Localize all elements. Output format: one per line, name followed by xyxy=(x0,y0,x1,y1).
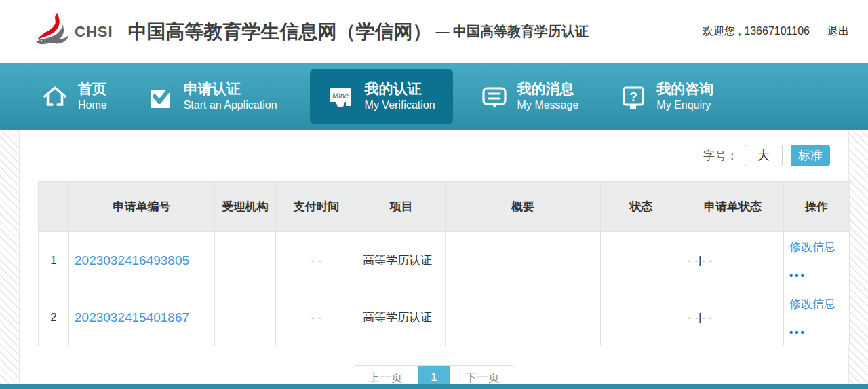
pay-time-cell: - - xyxy=(276,232,357,289)
header-pay-time: 支付时间 xyxy=(276,182,357,232)
question-icon-text: ? xyxy=(630,90,638,104)
nav-item-start-application[interactable]: 申请认证 Start an Application xyxy=(146,80,277,112)
status-cell xyxy=(601,232,682,289)
applications-table: 申请单编号 受理机构 支付时间 项目 概要 状态 申请单状态 操作 1 2023… xyxy=(38,181,850,346)
status-cell xyxy=(601,289,682,346)
agency-cell xyxy=(215,232,276,289)
summary-cell xyxy=(446,289,601,346)
project-cell: 高等学历认证 xyxy=(357,232,446,289)
order-number-link[interactable]: 2023032415401867 xyxy=(75,310,189,325)
header-agency: 受理机构 xyxy=(215,182,276,232)
chsi-logo-text: CHSI xyxy=(75,23,113,41)
nav-label-en: My Enquiry xyxy=(656,98,713,113)
mine-badge-icon: Mine xyxy=(328,82,356,111)
header-summary: 概要 xyxy=(446,182,601,232)
font-large-button[interactable]: 大 xyxy=(745,145,783,166)
header-actions: 操作 xyxy=(784,182,850,232)
site-subtitle: — 中国高等教育学历认证 xyxy=(436,22,589,41)
edit-info-link[interactable]: 修改信息 xyxy=(789,296,835,312)
footer-bar xyxy=(0,384,868,389)
more-actions-button[interactable]: ••• xyxy=(789,327,806,338)
header-order-no: 申请单编号 xyxy=(69,182,215,232)
site-title: 中国高等教育学生信息网（学信网） xyxy=(128,19,432,45)
nav-label-en: Start an Application xyxy=(184,98,277,113)
question-badge-icon: ? xyxy=(619,82,648,111)
main-content: 字号： 大 标准 申请单编号 受理机构 支付时间 项目 概要 状态 申请单状态 … xyxy=(19,130,849,389)
row-index: 2 xyxy=(39,289,69,346)
table-row: 1 2023032416493805 - - 高等学历认证 - -|- - 修改… xyxy=(39,232,850,289)
font-size-label: 字号： xyxy=(703,148,738,164)
header-index xyxy=(39,182,69,232)
message-bubble-icon xyxy=(480,82,509,111)
nav-label-en: My Verification xyxy=(365,98,435,113)
order-number-link[interactable]: 2023032416493805 xyxy=(75,253,189,267)
checkbox-icon xyxy=(146,82,175,111)
table-row: 2 2023032415401867 - - 高等学历认证 - -|- - 修改… xyxy=(39,289,850,346)
nav-item-home[interactable]: 首页 Home xyxy=(41,80,107,112)
nav-label-zh: 申请认证 xyxy=(184,80,277,98)
top-header: CHSI 中国高等教育学生信息网（学信网） — 中国高等教育学历认证 欢迎您 ,… xyxy=(0,0,868,63)
main-nav: 首页 Home 申请认证 Start an Application Mine 我… xyxy=(0,63,868,130)
nav-label-zh: 我的消息 xyxy=(517,80,579,98)
nav-label-zh: 首页 xyxy=(78,80,107,98)
header-status: 状态 xyxy=(601,182,682,232)
project-cell: 高等学历认证 xyxy=(357,289,446,346)
nav-label-en: My Message xyxy=(517,98,579,113)
more-actions-button[interactable]: ••• xyxy=(789,270,806,281)
header-project: 项目 xyxy=(357,182,446,232)
logout-link[interactable]: 退出 xyxy=(827,24,849,39)
order-status-cell: - -|- - xyxy=(682,289,784,346)
chsi-logo: CHSI xyxy=(33,12,113,52)
home-icon xyxy=(41,82,69,111)
font-standard-button[interactable]: 标准 xyxy=(791,145,830,166)
nav-label-zh: 我的咨询 xyxy=(656,80,713,98)
nav-item-my-message[interactable]: 我的消息 My Message xyxy=(480,80,579,112)
font-size-toolbar: 字号： 大 标准 xyxy=(20,130,848,176)
header-order-status: 申请单状态 xyxy=(682,182,784,232)
nav-label-zh: 我的认证 xyxy=(365,80,435,98)
nav-item-my-enquiry[interactable]: ? 我的咨询 My Enquiry xyxy=(619,80,713,112)
nav-item-my-verification[interactable]: Mine 我的认证 My Verification xyxy=(310,69,453,124)
order-status-cell: - -|- - xyxy=(682,232,784,289)
pay-time-cell: - - xyxy=(276,289,357,346)
table-header-row: 申请单编号 受理机构 支付时间 项目 概要 状态 申请单状态 操作 xyxy=(39,182,850,232)
welcome-text: 欢迎您 , 13667101106 xyxy=(703,24,810,39)
chsi-bird-icon xyxy=(33,12,71,52)
edit-info-link[interactable]: 修改信息 xyxy=(789,239,835,255)
nav-label-en: Home xyxy=(78,98,107,113)
mine-icon-text: Mine xyxy=(332,92,349,100)
row-index: 1 xyxy=(39,232,69,289)
summary-cell xyxy=(446,232,601,289)
agency-cell xyxy=(215,289,276,346)
